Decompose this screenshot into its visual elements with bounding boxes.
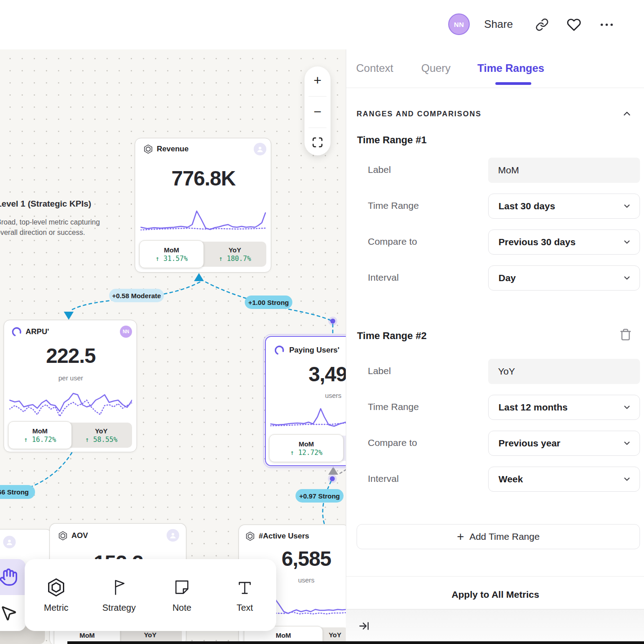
correlation-label-revenue-paying[interactable]: +1.00 Strong [245,296,292,309]
section-ranges-comparisons: RANGES AND COMPARISONS [357,110,481,118]
select-tool-button[interactable] [0,595,26,631]
segment-label: YoY [144,631,156,639]
field-label: Interval [368,272,399,283]
metric-card-arpu[interactable]: ARPU' NN 222.5 per user YoY ↑ 58.55% MoM… [4,320,137,452]
time-range-1-label-input[interactable]: MoM [488,158,640,183]
apply-all-label: Apply to All Metrics [451,589,539,600]
time-range-1-compare-select[interactable]: Previous 30 days [488,229,640,255]
user-avatar[interactable]: NN [448,13,470,35]
group-note-title: Level 1 (Strategic KPIs) [0,199,113,209]
segment-yoy[interactable]: YoY ↑ 180.7% [203,242,266,267]
connector-anchor-dot [331,319,335,324]
connector-anchor-dot [330,476,335,481]
cursor-arrow-icon [0,604,18,622]
text-icon [235,578,255,597]
collaborator-initials: NN [123,329,129,334]
segment-mom-active[interactable]: MoM ↑ 12.72% [269,434,344,462]
input-value: YoY [498,366,515,377]
zoom-in-button[interactable]: + [313,74,322,87]
segment-label: YoY [95,427,107,435]
segment-yoy[interactable]: YoY ↑ 58.55% [71,423,132,448]
chevron-down-icon [622,238,631,247]
collapse-panel-icon[interactable] [358,620,370,632]
favorite-heart-icon[interactable] [567,18,581,32]
metric-hexagon-icon [143,144,153,154]
segment-label: MoM [32,427,48,435]
segment-value: ↑ 16.72% [24,436,56,444]
segment-label: YoY [329,631,341,639]
person-icon [5,538,13,546]
arrowhead-to-paying-users [328,467,338,475]
delete-time-range-icon[interactable] [619,328,632,341]
sparkline-chart [141,206,266,238]
group-note-desc-line1: Broad, top-level metric capturing [0,217,113,227]
metric-hexagon-icon [46,578,66,597]
correlation-label-active-paying[interactable]: +0.97 Strong [296,489,344,503]
time-range-2-compare-select[interactable]: Previous year [488,431,640,456]
owner-avatar-placeholder[interactable] [254,143,266,155]
fit-view-icon[interactable] [312,137,323,148]
correlation-label-revenue-arpu[interactable]: +0.58 Moderate [109,289,164,302]
add-text-button[interactable]: Text [213,559,276,631]
segment-label: MoM [164,246,179,254]
add-time-range-button[interactable]: + Add Time Range [357,524,640,549]
plus-icon: + [457,531,464,543]
correlation-label-arpu[interactable]: 66 Strong [0,485,35,499]
segment-mom-active[interactable]: MoM ↑ 16.72% [8,421,72,449]
zoom-out-button[interactable]: − [313,105,322,119]
metric-card-revenue[interactable]: Revenue 776.8K YoY ↑ 180.7% MoM ↑ 31.57% [135,138,271,273]
tab-query[interactable]: Query [421,62,450,75]
divider [309,128,326,128]
owner-avatar-placeholder[interactable] [3,536,16,548]
add-time-range-label: Add Time Range [469,531,539,542]
card-title: #Active Users [259,532,309,541]
chevron-down-icon [622,273,631,282]
select-value: Day [498,273,622,283]
tab-time-ranges[interactable]: Time Ranges [477,62,544,75]
add-strategy-button[interactable]: Strategy [88,559,150,631]
metric-card-paying-users[interactable]: Paying Users' 3,49 users MoM ↑ 12.72% [265,336,346,466]
metric-unit: per user [4,374,137,382]
comparison-toggle: YoY ↑ 58.55% MoM ↑ 16.72% [9,423,132,448]
group-note: Level 1 (Strategic KPIs) Broad, top-leve… [0,199,113,238]
time-range-2-label-input[interactable]: YoY [488,359,640,384]
segment-value: ↑ 31.57% [155,255,188,263]
collapse-section-chevron-icon[interactable] [622,108,632,119]
comparison-toggle: YoY ↑ 180.7% MoM ↑ 31.57% [141,242,266,267]
add-note-button[interactable]: Note [150,559,213,631]
copy-link-icon[interactable] [535,18,549,31]
select-value: Week [498,474,622,485]
canvas-tool-rail [0,559,26,631]
divider [346,88,644,88]
segment-label: MoM [299,440,314,448]
arrowhead-to-arpu [64,312,74,320]
tab-label: Time Ranges [477,62,544,74]
sparkline-chart [270,404,346,431]
time-range-1-range-select[interactable]: Last 30 days [488,194,640,219]
top-header: NN Share [0,0,644,49]
field-label: Compare to [368,236,417,247]
card-title: Paying Users' [289,346,340,355]
hand-tool-button[interactable] [0,559,26,595]
segment-mom-active[interactable]: MoM ↑ 31.57% [139,240,204,268]
field-label: Compare to [368,437,417,448]
time-range-1-interval-select[interactable]: Day [488,265,640,291]
loading-arc-icon [11,326,22,337]
metric-tree-canvas[interactable]: +0.58 Moderate +1.00 Strong 66 Strong +0… [0,49,346,644]
hand-icon [0,568,18,587]
share-button[interactable]: Share [484,18,513,31]
person-icon [169,531,177,539]
tab-context[interactable]: Context [356,62,393,75]
tab-label: Query [421,62,450,74]
select-value: Last 30 days [498,201,622,212]
apply-all-metrics-button[interactable]: Apply to All Metrics [346,589,644,600]
metric-hexagon-icon [58,531,68,541]
time-range-2-range-select[interactable]: Last 12 months [488,395,640,420]
card-title: ARPU' [26,327,49,336]
owner-avatar-placeholder[interactable] [167,529,179,542]
time-range-2-interval-select[interactable]: Week [488,467,640,492]
more-options-icon[interactable] [599,19,614,31]
add-metric-button[interactable]: Metric [25,559,88,631]
group-note-desc-line2: overall direction or success. [0,227,113,238]
collaborator-avatar[interactable]: NN [120,326,132,338]
